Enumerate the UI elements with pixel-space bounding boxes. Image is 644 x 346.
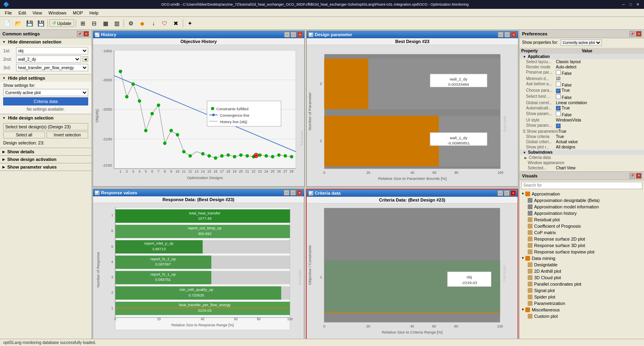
down-button[interactable]: ↓ bbox=[148, 18, 159, 29]
visuals-close[interactable]: ✕ bbox=[636, 173, 642, 179]
pref-global-correl: Global correl...Linear correlation bbox=[520, 100, 644, 105]
dim-3rd-select[interactable]: heat_transfer_per_flow_energy bbox=[16, 64, 88, 71]
auto-cb[interactable]: ✓ bbox=[556, 106, 561, 111]
tree-spider-plot[interactable]: Spider plot bbox=[520, 294, 644, 300]
approx-designtable-icon bbox=[528, 198, 533, 203]
design-activation-title[interactable]: ▶ Show design activation bbox=[0, 156, 91, 163]
menu-edit[interactable]: Edit bbox=[15, 10, 29, 16]
design-param-close[interactable]: ✕ bbox=[511, 32, 516, 37]
left-panel-pin[interactable]: 📌 bbox=[77, 31, 83, 37]
left-panel-close[interactable]: ✕ bbox=[83, 31, 89, 37]
diamond-button[interactable]: ◆ bbox=[137, 18, 147, 29]
tree-custom-plot[interactable]: Custom plot bbox=[520, 313, 644, 319]
pref-pin[interactable]: 📌 bbox=[630, 31, 635, 37]
design-param-window: 📊 Design parameter ─ □ ✕ Best Design #23 bbox=[306, 31, 518, 187]
svg-text:0.720626: 0.720626 bbox=[188, 293, 204, 297]
parameter-values-title[interactable]: ▶ Show parameter values bbox=[0, 163, 91, 171]
criteria-data-button[interactable]: Criteria data bbox=[3, 97, 88, 105]
menu-mop[interactable]: MOP bbox=[70, 10, 86, 16]
grid4-button[interactable]: ▥ bbox=[111, 18, 122, 29]
criteria-data-close[interactable]: ✕ bbox=[510, 190, 516, 196]
tree-parametrization[interactable]: Parametrization bbox=[520, 300, 644, 307]
menu-windows[interactable]: Windows bbox=[45, 10, 70, 16]
dim-2nd-label: 2nd: bbox=[3, 57, 14, 62]
tree-parallel-coords[interactable]: Parallel coordinates plot bbox=[520, 281, 644, 287]
pref-render-mode: Render modeAuto-detect bbox=[520, 64, 644, 70]
tree-response-topview[interactable]: Response surface topview plot bbox=[520, 249, 644, 255]
svg-point-15 bbox=[151, 112, 154, 115]
select-best-cb[interactable] bbox=[556, 94, 561, 99]
maximize-button[interactable]: □ bbox=[628, 2, 634, 7]
dim-1st-row: 1st: obj bbox=[3, 47, 88, 54]
tree-data-mining[interactable]: ▼ Data mining bbox=[520, 255, 644, 262]
dim-2nd-arrow[interactable]: ◀ bbox=[83, 56, 88, 62]
grid3-button[interactable]: ▦ bbox=[100, 18, 111, 29]
design-param-max[interactable]: □ bbox=[504, 32, 510, 37]
tree-residual-plot[interactable]: Residual plot bbox=[520, 216, 644, 223]
open-button[interactable]: 📂 bbox=[13, 18, 23, 29]
select-all-button[interactable]: Select all bbox=[3, 132, 45, 138]
menu-file[interactable]: File bbox=[2, 10, 15, 16]
dim-1st-select[interactable]: obj bbox=[16, 47, 88, 54]
dimension-section-title[interactable]: ▼ Hide dimension selection bbox=[0, 38, 91, 45]
update-button[interactable]: ↺ Update bbox=[50, 19, 74, 27]
toolbar-sep-2 bbox=[76, 19, 76, 27]
star-button[interactable]: ✦ bbox=[185, 18, 195, 29]
criteria-data-min[interactable]: ─ bbox=[497, 190, 503, 196]
pref-show-for-select[interactable]: Currently active plot bbox=[561, 39, 602, 46]
response-values-max[interactable]: □ bbox=[290, 190, 296, 196]
menu-help[interactable]: Help bbox=[86, 10, 102, 16]
residual-plot-icon bbox=[528, 217, 533, 222]
design-selection-title[interactable]: ▼ Hide design selection bbox=[0, 114, 91, 122]
close-button[interactable]: ✕ bbox=[635, 2, 641, 7]
tree-approximation[interactable]: ▼ Approximation bbox=[520, 191, 644, 197]
tree-signal-plot[interactable]: Signal plot bbox=[520, 287, 644, 294]
tree-response-2d[interactable]: Response surface 2D plot bbox=[520, 236, 644, 242]
new-button[interactable]: 📄 bbox=[2, 18, 12, 29]
choose-para-cb[interactable]: ✓ bbox=[556, 89, 561, 93]
plot-settings-content: Show settings for: Currently active plot… bbox=[0, 82, 91, 114]
show-details-title[interactable]: ▶ Show details bbox=[0, 148, 91, 155]
plot-settings-title[interactable]: ▼ Hide plot settings bbox=[0, 74, 91, 82]
show-param-cb[interactable] bbox=[556, 111, 561, 116]
tree-miscellaneous[interactable]: ▼ Miscellaneous bbox=[520, 307, 644, 313]
show-settings-select[interactable]: Currently active plot bbox=[3, 89, 88, 96]
settings-button[interactable]: ⚙ bbox=[126, 18, 136, 29]
response-values-min[interactable]: ─ bbox=[284, 190, 289, 196]
response-values-close[interactable]: ✕ bbox=[297, 190, 302, 196]
criteria-data-max[interactable]: □ bbox=[504, 190, 510, 196]
tree-anthill-2d[interactable]: 2D Anthill plot bbox=[520, 268, 644, 274]
pref-close[interactable]: ✕ bbox=[636, 31, 642, 37]
menu-view[interactable]: View bbox=[29, 10, 45, 16]
cross-button[interactable]: ✖ bbox=[171, 18, 181, 29]
grid1-button[interactable]: ⊞ bbox=[78, 18, 88, 29]
tree-approx-model-info[interactable]: Approximation model information bbox=[520, 204, 644, 210]
design-param-min[interactable]: ─ bbox=[498, 32, 504, 37]
tree-approx-history[interactable]: Approximation history bbox=[520, 210, 644, 216]
save2-button[interactable]: 💾 bbox=[35, 18, 46, 29]
show-param2-cb[interactable]: ✓ bbox=[556, 124, 561, 128]
history-min[interactable]: ─ bbox=[284, 32, 290, 37]
tree-approx-designtable[interactable]: Approximation designtable (Beta) bbox=[520, 197, 644, 204]
minimize-button[interactable]: ─ bbox=[621, 2, 626, 7]
history-max[interactable]: □ bbox=[291, 32, 296, 37]
visuals-pin[interactable]: 📌 bbox=[630, 173, 635, 179]
tree-designtable[interactable]: Designtable bbox=[520, 262, 644, 268]
svg-text:-1950: -1950 bbox=[102, 49, 112, 53]
tree-response-3d[interactable]: Response surface 3D plot bbox=[520, 242, 644, 249]
tree-cop-matrix[interactable]: CoP matrix bbox=[520, 229, 644, 236]
visuals-search-input[interactable] bbox=[521, 182, 642, 189]
grid2-button[interactable]: ⊟ bbox=[89, 18, 99, 29]
shield-button[interactable]: 🛡 bbox=[159, 18, 170, 29]
misc-icon bbox=[525, 307, 530, 312]
ask-before-cb[interactable] bbox=[556, 82, 561, 86]
tree-cloud-3d[interactable]: 3D Cloud plot bbox=[520, 274, 644, 281]
tree-cop[interactable]: Coefficient of Prognosis bbox=[520, 223, 644, 229]
preserve-par-cb[interactable] bbox=[556, 70, 561, 75]
svg-point-29 bbox=[246, 154, 249, 157]
best-design-button[interactable]: Select best design(s) (Design 23) bbox=[3, 123, 88, 130]
save-button[interactable]: 💾 bbox=[24, 18, 35, 29]
invert-selection-button[interactable]: Invert selection bbox=[47, 132, 89, 138]
history-close[interactable]: ✕ bbox=[297, 32, 303, 37]
dim-2nd-select[interactable]: wall_2_dy bbox=[16, 56, 81, 63]
